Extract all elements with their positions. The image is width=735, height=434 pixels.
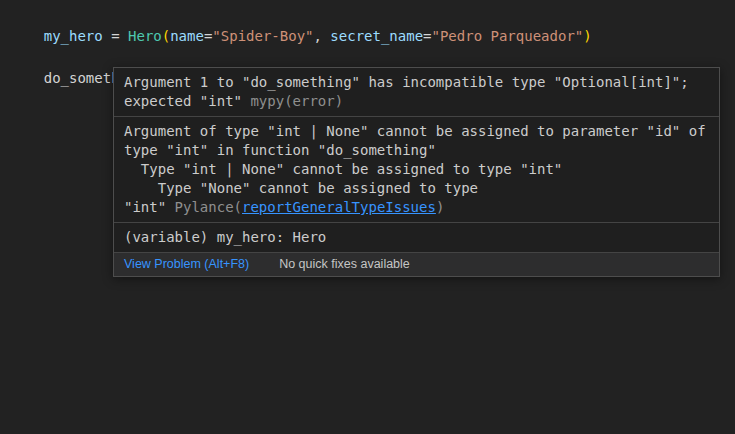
pylance-message-line-5: "int" Pylance(reportGeneralTypeIssues) [124, 198, 709, 217]
pylance-message-line-4: Type "None" cannot be assigned to type [124, 179, 709, 198]
mypy-message-line-1: Argument 1 to "do_something" has incompa… [124, 73, 709, 92]
close-paren: ) [583, 28, 591, 44]
variable-type-info: (variable) my_hero: Hero [124, 228, 709, 247]
comma: , [314, 28, 331, 44]
operator-equals: = [423, 28, 431, 44]
mypy-message-line-2: expected "int" mypy(error) [124, 92, 709, 111]
pylance-source-label: Pylance( [175, 199, 242, 215]
hover-status-bar: View Problem (Alt+F8) No quick fixes ava… [114, 252, 719, 276]
open-paren: ( [162, 28, 170, 44]
class-hero: Hero [128, 28, 162, 44]
no-quick-fixes-label: No quick fixes available [279, 257, 410, 271]
pylance-message-text: "int" [124, 199, 175, 215]
mypy-diagnostic-section: Argument 1 to "do_something" has incompa… [114, 68, 719, 116]
pylance-diagnostic-section: Argument of type "int | None" cannot be … [114, 116, 719, 222]
view-problem-button[interactable]: View Problem (Alt+F8) [124, 257, 249, 271]
code-editor[interactable]: my_hero = Hero(name="Spider-Boy", secret… [0, 0, 735, 434]
variable-my-hero: my_hero [44, 28, 103, 44]
string-spider-boy: "Spider-Boy" [212, 28, 313, 44]
kwarg-secret-name: secret_name [330, 28, 423, 44]
pylance-message-line-3: Type "int | None" cannot be assigned to … [124, 160, 709, 179]
report-general-type-issues-link[interactable]: reportGeneralTypeIssues [242, 199, 436, 215]
pylance-message-line-1: Argument of type "int | None" cannot be … [124, 122, 709, 141]
operator-assign: = [103, 28, 128, 44]
mypy-message-text: expected "int" [124, 93, 250, 109]
pylance-message-line-2: type "int" in function "do_something" [124, 141, 709, 160]
kwarg-name: name [170, 28, 204, 44]
variable-info-section: (variable) my_hero: Hero [114, 222, 719, 252]
error-hover-tooltip: Argument 1 to "do_something" has incompa… [113, 67, 720, 277]
mypy-source-label: mypy(error) [250, 93, 343, 109]
string-pedro-parqueador: "Pedro Parqueador" [432, 28, 584, 44]
pylance-source-label-close: ) [436, 199, 444, 215]
